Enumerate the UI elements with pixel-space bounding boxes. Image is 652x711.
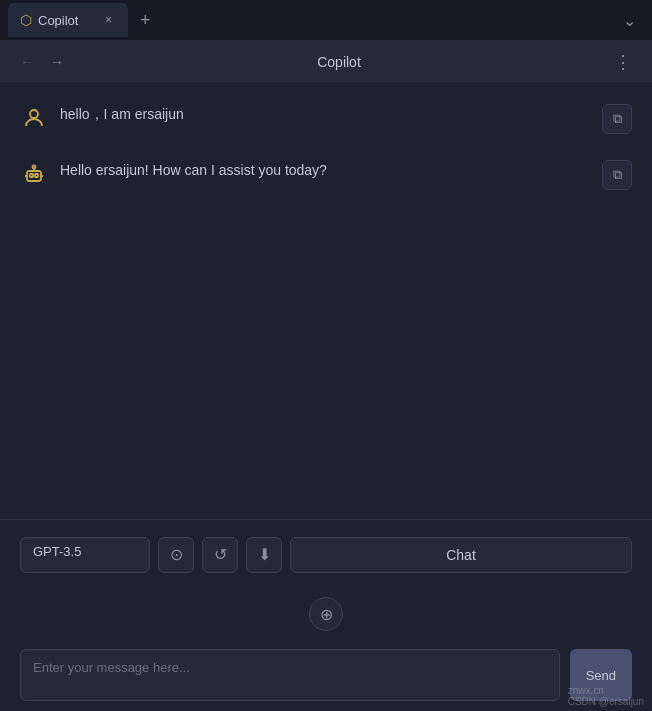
tab-close-button[interactable]: × [101,12,116,28]
header: ← → Copilot ⋮ [0,40,652,84]
tab-bar: ⬡ Copilot × + ⌄ [0,0,652,40]
svg-rect-3 [35,174,38,177]
forward-button[interactable]: → [42,50,72,74]
refresh-icon-button[interactable]: ↺ [202,537,238,573]
upload-button[interactable]: ⊕ [309,597,343,631]
model-selector[interactable]: GPT-3.5 [20,537,150,573]
user-message-text: hello，I am ersaijun [60,104,632,125]
assistant-avatar-icon [20,162,48,192]
user-message-row: hello，I am ersaijun ⧉ [20,104,632,136]
tab-title: Copilot [38,13,78,28]
circle-icon-button[interactable]: ⊙ [158,537,194,573]
download-icon-button[interactable]: ⬇ [246,537,282,573]
user-copy-button[interactable]: ⧉ [602,104,632,134]
chat-button[interactable]: Chat [290,537,632,573]
tab-copilot[interactable]: ⬡ Copilot × [8,3,128,37]
assistant-message-row: Hello ersaijun! How can I assist you tod… [20,160,632,192]
chat-area: hello，I am ersaijun ⧉ Hello ersaijun! Ho… [0,84,652,519]
more-options-button[interactable]: ⋮ [606,47,640,77]
svg-rect-2 [30,174,33,177]
input-area: Send [0,639,652,711]
assistant-message-text: Hello ersaijun! How can I assist you tod… [60,160,632,181]
toolbar: GPT-3.5 ⊙ ↺ ⬇ Chat [0,519,652,589]
watermark: znwx.cnCSDN @ersaijun [568,685,644,707]
send-row: ⊕ [0,589,652,639]
back-button[interactable]: ← [12,50,42,74]
svg-point-5 [33,166,36,169]
tab-chevron-button[interactable]: ⌄ [615,7,644,34]
copilot-tab-icon: ⬡ [20,12,32,28]
message-input[interactable] [20,649,560,701]
user-avatar-icon [20,106,48,136]
header-title: Copilot [72,54,606,70]
assistant-copy-button[interactable]: ⧉ [602,160,632,190]
svg-point-0 [30,110,38,118]
new-tab-button[interactable]: + [132,6,159,35]
